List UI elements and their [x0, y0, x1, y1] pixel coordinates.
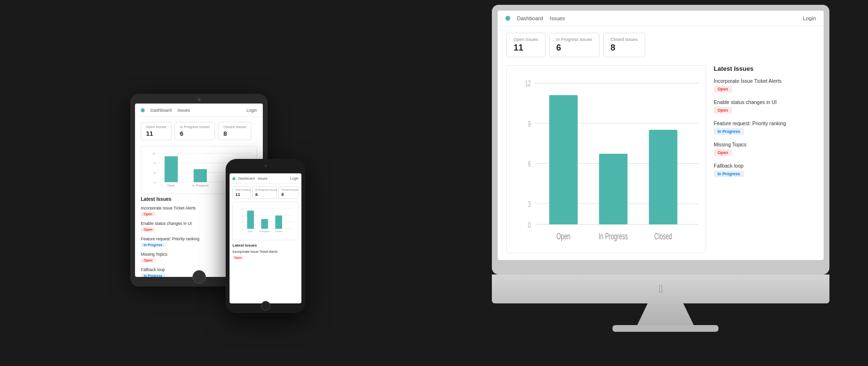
ipad-stat-open-value: 11	[146, 130, 166, 137]
svg-rect-25	[194, 169, 207, 182]
iphone-stat-closed-value: 8	[281, 192, 296, 197]
svg-rect-12	[649, 130, 678, 224]
iphone-stat-open-value: 11	[235, 192, 248, 197]
ipad-home-button	[192, 270, 206, 284]
iphone-stat-open: Open Issues 11	[232, 186, 251, 199]
svg-text:12: 12	[152, 153, 155, 155]
nav-dashboard-link[interactable]: Dashboard	[517, 15, 543, 21]
issue-item-2: Feature request: Priority ranking In Pro…	[714, 120, 815, 135]
iphone-issue-name-0: Incorporate Issue Ticket Alerts	[232, 250, 298, 253]
iphone-screen: Dashboard Issues Login Open Issues 11 In…	[230, 173, 301, 303]
stat-inprogress-value: 6	[556, 43, 593, 53]
content-area: 12 9 6 3 0	[498, 61, 824, 260]
svg-text:12: 12	[525, 79, 530, 88]
iphone-navbar: Dashboard Issues Login	[230, 173, 301, 184]
issue-name-0: Incorporate Issue Ticket Alerts	[714, 78, 815, 84]
ipad-stat-inprogress-label: In Progress Issues	[180, 125, 210, 129]
issue-badge-4: In Progress	[714, 170, 744, 177]
imac-screen: Dashboard Issues Login Open Issues 11 In…	[498, 11, 824, 260]
iphone-brand-dot	[232, 177, 235, 180]
brand-dot-icon	[505, 16, 510, 21]
iphone-device: Dashboard Issues Login Open Issues 11 In…	[226, 159, 305, 313]
nav-login-link[interactable]: Login	[803, 15, 816, 21]
stat-open-label: Open Issues	[514, 37, 538, 42]
ipad-stat-open: Open Issues 11	[141, 122, 172, 140]
stat-open-value: 11	[514, 43, 538, 53]
imac-base	[612, 325, 719, 332]
imac-chin: 	[492, 274, 829, 303]
svg-rect-36	[247, 210, 254, 229]
ipad-issue-badge-2: In Progress	[141, 243, 165, 247]
svg-rect-24	[164, 156, 177, 182]
iphone-stat-inprogress-value: 6	[255, 192, 274, 197]
svg-text:In Progress: In Progress	[259, 231, 270, 233]
ipad-issue-badge-1: Open	[141, 227, 155, 232]
iphone-issue-badge-0: Open	[232, 256, 244, 260]
issue-item-1: Enable status changes in UI Open	[714, 99, 815, 114]
stat-closed-label: Closed Issues	[610, 37, 638, 42]
issue-name-3: Missing Topics	[714, 142, 815, 147]
iphone-stat-closed: Closed Issues 8	[278, 186, 298, 199]
issue-item-0: Incorporate Issue Ticket Alerts Open	[714, 78, 815, 92]
svg-text:Closed: Closed	[654, 232, 672, 241]
svg-text:In Progress: In Progress	[599, 232, 628, 241]
iphone-content: 12 9 6 3 Open In Progress Closed	[230, 200, 301, 303]
svg-text:Open: Open	[556, 232, 570, 241]
ipad-stat-closed-value: 8	[223, 130, 246, 137]
iphone-chart: 12 9 6 3 Open In Progress Closed	[232, 202, 298, 240]
issue-name-2: Feature request: Priority ranking	[714, 120, 815, 126]
iphone-nav-login[interactable]: Login	[290, 177, 298, 180]
iphone-app: Dashboard Issues Login Open Issues 11 In…	[230, 173, 301, 303]
ipad-issue-badge-4: In Progress	[141, 274, 165, 277]
ipad-nav-login[interactable]: Login	[246, 108, 257, 113]
iphone-issue-0: Incorporate Issue Ticket Alerts Open	[232, 250, 298, 260]
svg-rect-38	[275, 215, 282, 229]
ipad-stat-inprogress: In Progress Issues 6	[175, 122, 215, 140]
iphone-stat-open-label: Open Issues	[235, 188, 248, 191]
svg-text:9: 9	[242, 215, 244, 217]
navbar-brand	[505, 16, 510, 21]
iphone-brand	[232, 177, 235, 180]
imac-navbar: Dashboard Issues Login	[498, 11, 824, 26]
iphone-camera-icon	[264, 165, 267, 167]
stat-closed-value: 8	[610, 43, 638, 53]
issue-name-4: Fallback loop	[714, 163, 815, 169]
issue-badge-1: Open	[714, 107, 732, 114]
ipad-issue-badge-3: Open	[141, 258, 155, 262]
ipad-nav-dashboard[interactable]: Dashboard	[150, 108, 172, 113]
svg-text:9: 9	[154, 162, 156, 164]
issue-item-3: Missing Topics Open	[714, 142, 815, 156]
imac-app: Dashboard Issues Login Open Issues 11 In…	[498, 11, 824, 260]
iphone-home-button	[261, 301, 271, 311]
ipad-navbar: Dashboard Issues Login	[135, 104, 263, 117]
stat-inprogress: In Progress Issues 6	[549, 33, 600, 57]
iphone-stats-row: Open Issues 11 In Progress Issues 6 Clos…	[230, 184, 301, 200]
iphone-nav-issues[interactable]: Issues	[258, 177, 267, 180]
iphone-issues-panel: Latest Issues Incorporate Issue Ticket A…	[232, 243, 298, 262]
ipad-brand-dot	[141, 108, 145, 112]
svg-text:Open: Open	[167, 184, 175, 186]
svg-text:6: 6	[154, 171, 156, 174]
iphone-nav-dashboard[interactable]: Dashboard	[238, 177, 255, 180]
imac-device: Dashboard Issues Login Open Issues 11 In…	[492, 5, 839, 342]
imac-screen-border: Dashboard Issues Login Open Issues 11 In…	[492, 5, 829, 274]
stats-row: Open Issues 11 In Progress Issues 6 Clos…	[498, 26, 824, 61]
svg-text:In Progress: In Progress	[192, 184, 209, 186]
ipad-nav-issues[interactable]: Issues	[177, 108, 190, 113]
issue-name-1: Enable status changes in UI	[714, 99, 815, 105]
ipad-issue-badge-0: Open	[141, 212, 155, 216]
svg-text:9: 9	[528, 120, 531, 129]
imac-stand	[637, 302, 694, 327]
issue-badge-2: In Progress	[714, 128, 744, 135]
iphone-stat-closed-label: Closed Issues	[281, 188, 296, 191]
issues-panel-title: Latest Issues	[714, 65, 815, 72]
svg-text:Closed: Closed	[275, 231, 282, 233]
svg-text:3: 3	[154, 181, 156, 183]
iphone-bar-chart: 12 9 6 3 Open In Progress Closed	[238, 207, 293, 235]
ipad-camera-icon	[198, 98, 201, 101]
iphone-stat-inprogress: In Progress Issues 6	[252, 186, 277, 199]
nav-issues-link[interactable]: Issues	[550, 15, 565, 21]
svg-text:3: 3	[528, 200, 531, 209]
ipad-stats-row: Open Issues 11 In Progress Issues 6 Clos…	[135, 117, 263, 143]
svg-rect-37	[261, 219, 268, 229]
